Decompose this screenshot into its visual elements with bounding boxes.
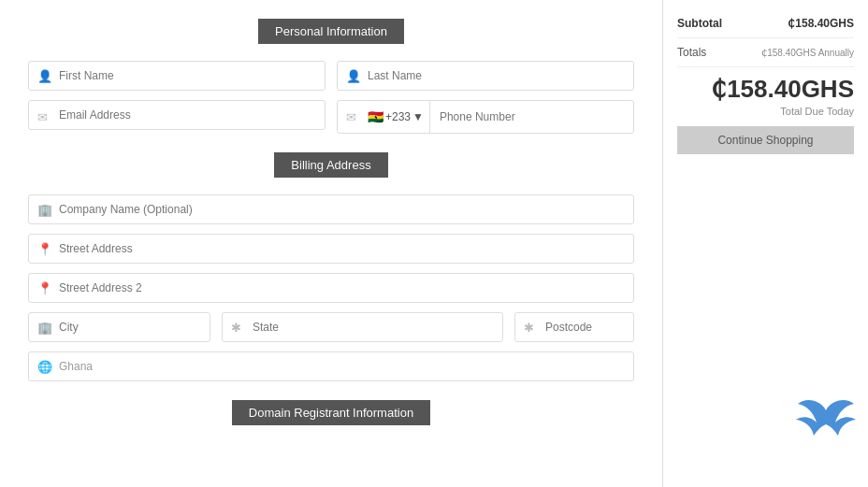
- state-input[interactable]: [222, 312, 503, 342]
- totals-row: Totals ₵158.40GHS Annually: [677, 38, 854, 67]
- globe-icon: 🌐: [37, 360, 52, 374]
- email-field: ✉: [28, 100, 326, 134]
- postcode-icon: ✱: [524, 321, 534, 335]
- building-icon: 🏢: [37, 203, 52, 217]
- personal-info-title: Personal Information: [258, 19, 404, 44]
- phone-field-wrapper: ✉ 🇬🇭 +233 ▼: [337, 100, 634, 134]
- sidebar: Subtotal ₵158.40GHS Totals ₵158.40GHS An…: [662, 0, 868, 487]
- total-amount: ₵158.40GHS: [677, 67, 854, 106]
- city-input[interactable]: [28, 312, 210, 342]
- main-content: Personal Information 👤 👤 ✉ ✉ 🇬🇭: [0, 0, 662, 487]
- due-today-label: Total Due Today: [677, 106, 854, 117]
- phone-input[interactable]: [430, 103, 633, 131]
- user-icon-2: 👤: [346, 69, 361, 83]
- email-icon: ✉: [37, 110, 48, 124]
- phone-icon: ✉: [346, 110, 356, 124]
- city-icon: 🏢: [37, 321, 52, 335]
- last-name-input[interactable]: [337, 61, 634, 91]
- postcode-field: ✱: [514, 312, 634, 342]
- street-input[interactable]: [28, 234, 634, 264]
- country-field: 🌐: [28, 351, 634, 381]
- totals-label: Totals: [677, 46, 706, 59]
- personal-info-section: Personal Information: [28, 19, 634, 44]
- company-field: 🏢: [28, 194, 634, 224]
- totals-value: ₵158.40GHS Annually: [761, 48, 854, 58]
- domain-title: Domain Registrant Information: [232, 400, 430, 425]
- country-row: 🌐: [28, 351, 634, 381]
- first-name-field: 👤: [28, 61, 326, 91]
- city-field: 🏢: [28, 312, 210, 342]
- city-state-row: 🏢 ✱ ✱: [28, 312, 634, 342]
- dropdown-arrow-icon: ▼: [412, 110, 424, 123]
- state-icon: ✱: [231, 321, 241, 335]
- street-row: 📍: [28, 234, 634, 264]
- email-input[interactable]: [28, 100, 326, 130]
- flag-icon: 🇬🇭: [368, 109, 383, 124]
- subtotal-value: ₵158.40GHS: [788, 17, 854, 30]
- street2-row: 📍: [28, 273, 634, 303]
- contact-row: ✉ ✉ 🇬🇭 +233 ▼: [28, 100, 634, 134]
- continue-shopping-button[interactable]: Continue Shopping: [677, 126, 854, 154]
- billing-title: Billing Address: [274, 152, 387, 178]
- billing-title-container: Billing Address: [28, 152, 634, 178]
- company-row: 🏢: [28, 194, 634, 224]
- street2-input[interactable]: [28, 273, 634, 303]
- phone-field: 🇬🇭 +233 ▼: [337, 100, 634, 134]
- domain-section: Domain Registrant Information: [28, 400, 634, 425]
- street2-field: 📍: [28, 273, 634, 303]
- domain-title-container: Domain Registrant Information: [28, 400, 634, 425]
- state-field: ✱: [222, 312, 503, 342]
- country-code: +233: [385, 110, 411, 123]
- last-name-field: 👤: [337, 61, 634, 91]
- first-name-input[interactable]: [28, 61, 326, 91]
- map-marker-icon: 📍: [37, 242, 52, 256]
- street-field: 📍: [28, 234, 634, 264]
- subtotal-row: Subtotal ₵158.40GHS: [677, 9, 854, 38]
- subtotal-label: Subtotal: [677, 17, 722, 30]
- bird-icon: [793, 396, 859, 468]
- company-input[interactable]: [28, 194, 634, 224]
- user-icon: 👤: [37, 69, 52, 83]
- map-marker-icon-2: 📍: [37, 281, 52, 295]
- billing-section: Billing Address 🏢 📍 📍: [28, 152, 634, 381]
- country-input[interactable]: [28, 351, 634, 381]
- name-row: 👤 👤: [28, 61, 634, 91]
